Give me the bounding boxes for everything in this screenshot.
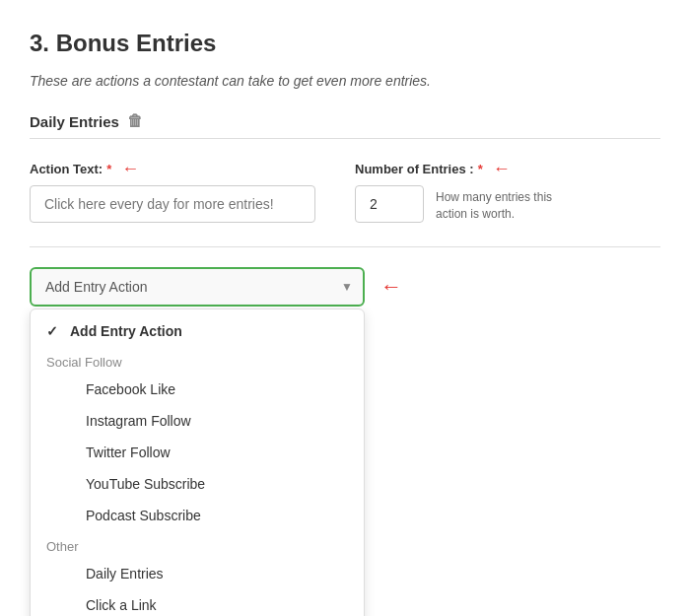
dropdown-item-podcast-subscribe[interactable]: Podcast Subscribe: [31, 500, 364, 531]
dropdown-item-instagram-follow[interactable]: Instagram Follow: [31, 405, 364, 437]
action-text-label: Action Text: * ←: [30, 159, 315, 179]
action-text-input[interactable]: [30, 185, 315, 223]
dropdown-arrow: ←: [380, 274, 402, 300]
dropdown-item-youtube-subscribe[interactable]: YouTube Subscribe: [31, 468, 364, 500]
check-icon: ✓: [46, 323, 62, 339]
dropdown-item-click-a-link[interactable]: Click a Link: [31, 589, 364, 616]
dropdown-item-twitter-follow[interactable]: Twitter Follow: [31, 437, 364, 468]
section-divider: [30, 138, 660, 139]
number-of-entries-group: Number of Entries : * ← How many entries…: [355, 159, 574, 223]
entries-input-group: How many entries this action is worth.: [355, 185, 574, 223]
page-title: 3. Bonus Entries: [30, 30, 660, 57]
action-text-group: Action Text: * ←: [30, 159, 315, 223]
number-of-entries-arrow: ←: [493, 159, 511, 179]
daily-entries-label: Daily Entries: [30, 113, 119, 130]
number-of-entries-input[interactable]: [355, 185, 424, 223]
dropdown-group-social-follow: Social Follow: [31, 347, 364, 374]
form-row: Action Text: * ← Number of Entries : * ←…: [30, 159, 660, 223]
trash-icon[interactable]: 🗑: [127, 112, 143, 130]
dropdown-item-facebook-like[interactable]: Facebook Like: [31, 374, 364, 405]
required-star-action: *: [106, 162, 111, 176]
dropdown-item-add-entry[interactable]: ✓ Add Entry Action: [31, 315, 364, 347]
dropdown-item-daily-entries[interactable]: Daily Entries: [31, 558, 364, 589]
add-entry-action-container: Add Entry Action ▼ ✓ Add Entry Action So…: [30, 267, 660, 307]
entries-hint: How many entries this action is worth.: [436, 189, 574, 223]
daily-entries-section-header: Daily Entries 🗑: [30, 112, 660, 130]
dropdown-wrapper: Add Entry Action ▼ ✓ Add Entry Action So…: [30, 267, 365, 307]
action-text-arrow: ←: [121, 159, 139, 179]
page-subtitle: These are actions a contestant can take …: [30, 73, 660, 89]
dropdown-group-other: Other: [31, 531, 364, 558]
add-entry-action-dropdown[interactable]: Add Entry Action: [30, 267, 365, 307]
form-divider: [30, 246, 660, 247]
dropdown-menu: ✓ Add Entry Action Social Follow Faceboo…: [30, 308, 365, 616]
number-of-entries-label: Number of Entries : * ←: [355, 159, 574, 179]
required-star-entries: *: [478, 162, 483, 176]
